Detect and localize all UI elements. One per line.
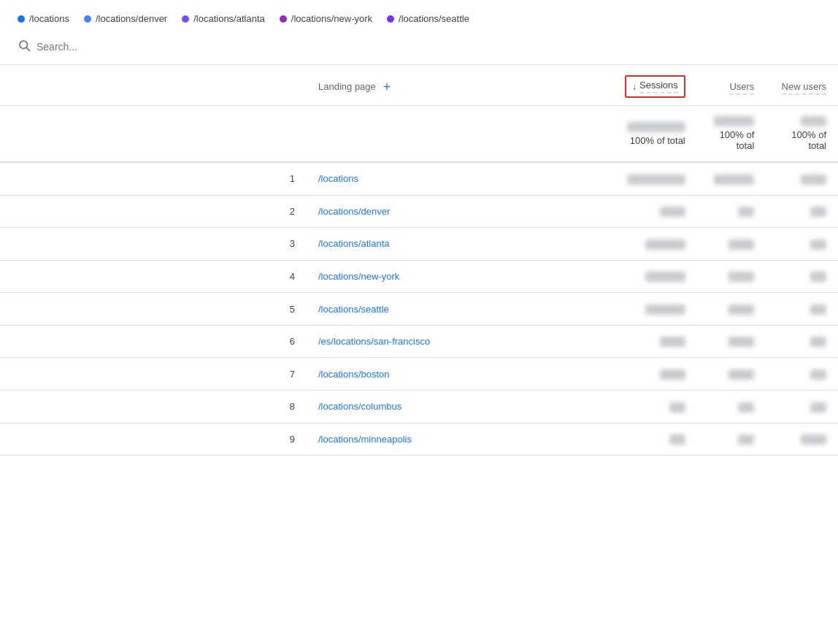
row-sessions [613,423,697,456]
users-header-label: Users [729,81,754,95]
row-rank: 9 [0,423,307,456]
sessions-sort-wrapper: ↓ Sessions [625,75,685,98]
landing-page-link[interactable]: /locations/columbus [318,401,401,412]
landing-page-link[interactable]: /locations/atlanta [318,238,390,249]
new-users-bar [810,304,826,315]
users-bar [738,402,754,413]
sessions-bar [660,337,685,347]
row-users [697,228,766,261]
row-sessions [613,162,697,195]
totals-new-users-cell: 100% of total [766,106,838,163]
users-bar [729,369,754,380]
landing-page-link[interactable]: /es/locations/san-francisco [318,336,430,347]
row-sessions [613,390,697,423]
table-body: 1 /locations 2 /locations/denver 3 /loca… [0,162,838,456]
users-bar [714,175,754,185]
table-row: 4 /locations/new-york [0,260,838,293]
sessions-bar [669,434,685,445]
legend-item: /locations/denver [84,13,167,24]
legend-row: /locations /locations/denver /locations/… [0,0,838,31]
table-row: 5 /locations/seattle [0,293,838,326]
sessions-header-label: Sessions [639,80,678,93]
legend-dot [280,15,287,23]
legend-item: /locations [18,13,69,24]
new-users-total-bar [801,116,826,126]
totals-row: 100% of total 100% of total 100% of tota… [0,106,838,163]
row-sessions [613,293,697,326]
new-users-total-blurred: 100% of total [777,116,826,151]
row-sessions [613,325,697,358]
row-landing-page[interactable]: /locations/columbus [307,390,613,423]
users-bar [738,207,754,217]
new-users-total-pct: 100% of total [777,129,826,151]
totals-rank-cell [0,106,307,163]
row-users [697,260,766,293]
users-bar [729,337,754,347]
row-users [697,390,766,423]
svg-point-0 [20,41,28,49]
sessions-total-blurred: 100% of total [625,122,685,146]
table-row: 8 /locations/columbus [0,390,838,423]
row-landing-page[interactable]: /locations/new-york [307,260,613,293]
users-bar [729,272,754,282]
landing-page-link[interactable]: /locations [318,173,358,184]
sessions-col-header[interactable]: ↓ Sessions [613,65,697,106]
users-total-blurred: 100% of total [709,116,755,151]
new-users-col-header[interactable]: New users [766,65,838,106]
landing-page-col-header: Landing page + [307,65,613,106]
totals-sessions-cell: 100% of total [613,106,697,163]
row-landing-page[interactable]: /locations [307,162,613,195]
legend-dot [18,15,25,23]
row-rank: 6 [0,325,307,358]
new-users-header-label: New users [782,81,826,95]
row-rank: 7 [0,358,307,391]
row-landing-page[interactable]: /locations/atlanta [307,228,613,261]
legend-dot [387,15,394,23]
row-users [697,195,766,228]
row-users [697,162,766,195]
row-landing-page[interactable]: /es/locations/san-francisco [307,325,613,358]
row-new-users [766,228,838,261]
new-users-bar [801,434,826,445]
legend-item: /locations/seattle [387,13,469,24]
legend-label: /locations/denver [96,13,167,24]
row-rank: 2 [0,195,307,228]
rank-col-header [0,65,307,106]
new-users-bar [810,207,826,217]
row-landing-page[interactable]: /locations/minneapolis [307,423,613,456]
users-bar [729,304,754,315]
svg-line-1 [26,47,29,50]
row-rank: 5 [0,293,307,326]
new-users-bar [810,239,826,250]
row-rank: 8 [0,390,307,423]
row-new-users [766,195,838,228]
row-landing-page[interactable]: /locations/denver [307,195,613,228]
landing-page-link[interactable]: /locations/new-york [318,271,399,282]
row-new-users [766,358,838,391]
search-icon [18,39,31,54]
table-row: 9 /locations/minneapolis [0,423,838,456]
add-column-button[interactable]: + [380,80,394,93]
landing-page-link[interactable]: /locations/denver [318,206,390,217]
users-col-header[interactable]: Users [697,65,766,106]
new-users-bar [810,369,826,380]
landing-page-link[interactable]: /locations/seattle [318,304,389,315]
sessions-bar [645,304,685,315]
landing-page-link[interactable]: /locations/boston [318,369,390,380]
users-total-bar [714,116,754,126]
table-row: 2 /locations/denver [0,195,838,228]
row-landing-page[interactable]: /locations/boston [307,358,613,391]
table-row: 1 /locations [0,162,838,195]
sessions-bar [669,402,685,413]
sessions-bar [645,239,685,250]
sort-down-icon: ↓ [632,82,637,92]
sessions-total-pct: 100% of total [630,135,685,146]
row-new-users [766,325,838,358]
row-landing-page[interactable]: /locations/seattle [307,293,613,326]
table-row: 6 /es/locations/san-francisco [0,325,838,358]
search-input[interactable] [36,41,255,53]
landing-page-link[interactable]: /locations/minneapolis [318,434,412,445]
table-row: 3 /locations/atlanta [0,228,838,261]
row-new-users [766,390,838,423]
legend-label: /locations/atlanta [193,13,265,24]
